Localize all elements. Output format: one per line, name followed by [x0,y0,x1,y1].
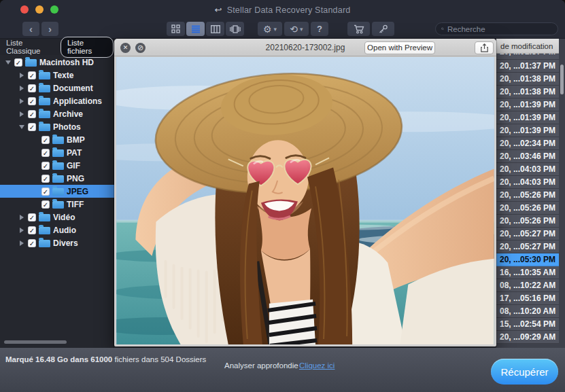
tree-item-png[interactable]: ✓PNG [0,172,114,185]
folder-checkbox[interactable]: ✓ [41,188,50,196]
deep-scan-link[interactable]: Cliquez ici [299,361,335,370]
tree-item-divers[interactable]: ✓Divers [0,236,114,249]
column-view-button[interactable] [206,22,224,36]
modification-date-panel: de modification 20, ...01:37 PM20, ...01… [496,39,565,348]
horizontal-scrollbar[interactable] [4,340,67,344]
tree-item-macintosh-hd[interactable]: ✓Macintosh HD [0,56,114,69]
disclosure-triangle-icon[interactable] [18,215,25,220]
status-bar: Marqué 16.48 Go dans 61000 fichiers dans… [0,348,565,392]
date-row[interactable]: 20, ...01:37 PM [496,60,559,73]
settings-dropdown-button[interactable]: ⚙▾ [258,22,282,36]
search-input[interactable] [447,25,552,33]
help-button[interactable]: ? [311,22,328,36]
date-row[interactable]: 20, ...05:30 PM [496,253,559,266]
main-toolbar: ‹ › ⚙▾ ⟲▾ ? [0,19,565,39]
date-row[interactable]: 15, ...02:54 PM [496,318,559,331]
folder-checkbox[interactable]: ✓ [14,58,22,67]
tree-item-pat[interactable]: ✓PAT [0,146,114,159]
recover-button[interactable]: Récupérer [491,359,558,385]
folder-icon [39,124,50,131]
tree-item-applications[interactable]: ✓Applications [0,94,114,107]
tree-item-document[interactable]: ✓Document [0,82,114,94]
folder-checkbox[interactable]: ✓ [28,110,36,118]
tree-item-audio[interactable]: ✓Audio [0,224,114,236]
folder-checkbox[interactable]: ✓ [28,97,36,105]
preview-title-bar: ✕ ⊘ 20210620-173002.jpg Open with Previe… [114,39,496,56]
search-icon [441,25,444,33]
disclosure-triangle-icon[interactable] [18,125,25,129]
folder-checkbox[interactable]: ✓ [28,213,36,221]
grid-view-button[interactable] [167,22,185,36]
date-row[interactable]: 20, ...09:29 AM [496,331,559,344]
tree-item-vidéo[interactable]: ✓Vidéo [0,211,114,224]
folder-icon [52,149,64,157]
date-row[interactable]: 08, ...10:22 AM [496,279,559,292]
date-row[interactable]: 20, ...05:27 PM [496,228,559,240]
disclosure-triangle-icon[interactable] [18,86,25,91]
buy-button[interactable] [347,22,370,36]
date-row[interactable]: 20, ...04:03 PM [496,176,559,189]
date-row[interactable]: 08, ...10:20 AM [496,305,559,318]
tree-item-label: GIF [67,161,80,171]
date-column-header[interactable]: de modification [496,39,559,54]
deep-scan-label: Analyser approfondie [224,361,298,370]
date-row[interactable]: 20, ...03:46 PM [496,150,559,163]
tab-liste-classique[interactable]: Liste Classique [6,39,54,55]
date-row[interactable]: 16, ...10:35 AM [496,266,559,279]
folder-checkbox[interactable]: ✓ [28,123,36,131]
folder-checkbox[interactable]: ✓ [41,175,50,183]
disclosure-triangle-icon[interactable] [18,240,25,246]
folder-icon [39,72,50,79]
folder-checkbox[interactable]: ✓ [28,239,36,247]
folder-checkbox[interactable]: ✓ [41,200,50,209]
date-row[interactable]: 20, ...04:03 PM [496,163,559,176]
disclosure-triangle-icon[interactable] [18,111,25,117]
date-row[interactable]: 20, ...05:26 PM [496,215,559,228]
resume-recovery-dropdown-button[interactable]: ⟲▾ [284,22,309,36]
tree-item-bmp[interactable]: ✓BMP [0,133,114,146]
tree-item-label: Divers [53,238,78,248]
column-view-icon [211,25,220,33]
date-row[interactable]: 20, ...02:34 PM [496,137,559,150]
history-icon: ⟲ [290,24,298,34]
disclosure-triangle-icon[interactable] [4,60,12,65]
tree-item-photos[interactable]: ✓Photos [0,120,114,133]
activation-key-button[interactable] [372,22,394,36]
folder-checkbox[interactable]: ✓ [41,149,50,157]
date-row[interactable]: 20, ...01:39 PM [496,111,559,124]
disclosure-triangle-icon[interactable] [18,228,25,233]
date-row-clipped[interactable]: 20, ...01:37 PM [496,54,559,60]
forward-button[interactable]: › [41,22,58,36]
tree-item-label: BMP [67,135,85,145]
list-view-button[interactable] [186,22,205,36]
date-row[interactable]: 17, ...05:16 PM [496,292,559,305]
date-row[interactable]: 20, ...01:39 PM [496,99,559,111]
tree-item-texte[interactable]: ✓Texte [0,69,114,82]
folder-icon [39,98,50,105]
tree-item-archive[interactable]: ✓Archive [0,107,114,120]
date-row[interactable]: 20, ...05:27 PM [496,240,559,253]
open-with-preview-button[interactable]: Open with Preview [364,41,435,54]
back-button[interactable]: ‹ [22,22,39,36]
folder-checkbox[interactable]: ✓ [28,226,36,234]
tree-item-jpeg[interactable]: ✓JPEG [0,185,114,198]
coverflow-view-button[interactable] [226,22,244,36]
disclosure-triangle-icon[interactable] [18,99,25,104]
vertical-scrollbar[interactable] [560,65,564,94]
folder-checkbox[interactable]: ✓ [41,162,50,170]
folder-checkbox[interactable]: ✓ [28,71,36,79]
photo-illustration [116,57,494,344]
date-row[interactable]: 20, ...01:39 PM [496,124,559,137]
share-button[interactable] [475,41,494,54]
date-row[interactable]: 20, ...05:26 PM [496,202,559,215]
date-row[interactable]: 20, ...01:38 PM [496,73,559,86]
date-row[interactable]: 20, ...05:26 PM [496,189,559,202]
disclosure-triangle-icon[interactable] [18,73,25,78]
folder-checkbox[interactable]: ✓ [41,136,50,144]
search-field[interactable] [435,22,558,35]
folder-checkbox[interactable]: ✓ [28,84,36,92]
tree-item-tiff[interactable]: ✓TIFF [0,198,114,211]
date-row[interactable]: 20, ...01:38 PM [496,86,559,99]
tree-item-gif[interactable]: ✓GIF [0,159,114,172]
tab-liste-fichiers[interactable]: Liste fichiers [61,37,114,58]
